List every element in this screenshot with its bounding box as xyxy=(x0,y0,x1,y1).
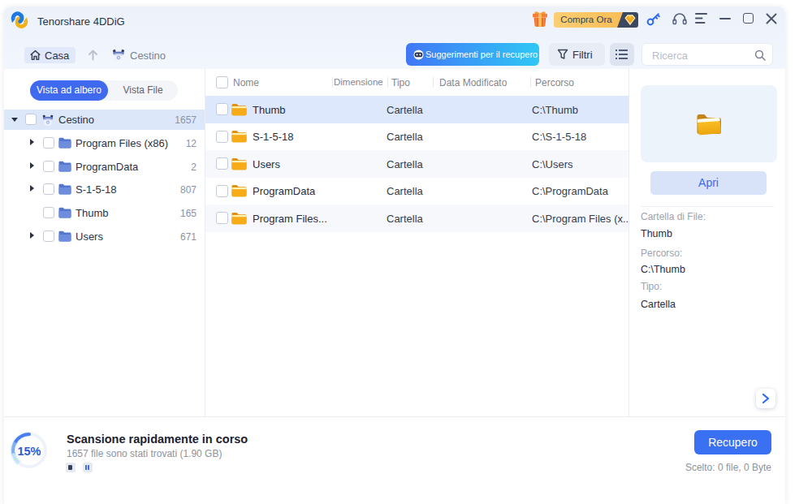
svg-text:15%: 15% xyxy=(17,445,41,458)
